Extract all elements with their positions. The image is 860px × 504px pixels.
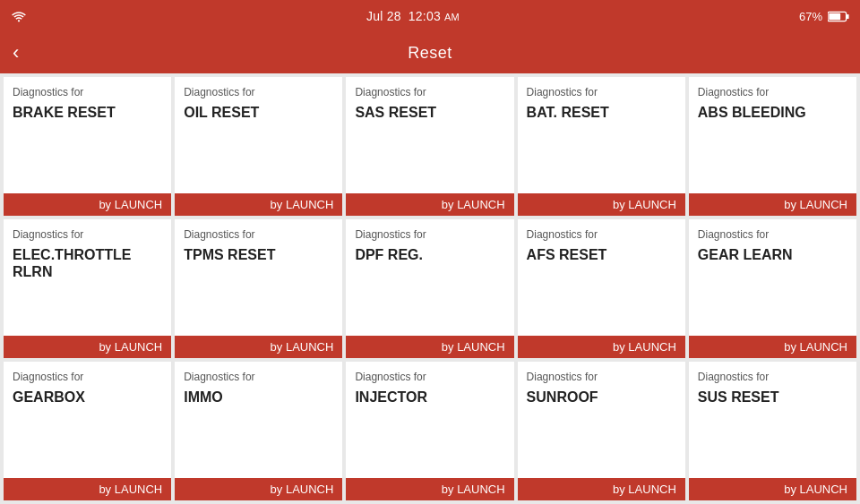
card-footer-injector: by LAUNCH xyxy=(346,478,513,500)
card-body-oil-reset: Diagnostics for OIL RESET xyxy=(175,77,342,193)
card-body-sunroof: Diagnostics for SUNROOF xyxy=(518,362,685,478)
card-title-sunroof: SUNROOF xyxy=(527,389,676,406)
card-body-immo: Diagnostics for IMMO xyxy=(175,362,342,478)
wifi-icon xyxy=(11,10,27,22)
card-body-injector: Diagnostics for INJECTOR xyxy=(346,362,513,478)
card-footer-abs-bleeding: by LAUNCH xyxy=(689,193,856,216)
status-bar: Jul 28 12:03 AM 67% xyxy=(0,0,860,32)
card-body-brake-reset: Diagnostics for BRAKE RESET xyxy=(4,77,171,193)
card-footer-sas-reset: by LAUNCH xyxy=(346,193,513,216)
card-dpf-reg[interactable]: Diagnostics for DPF REG. by LAUNCH xyxy=(346,219,513,358)
card-title-oil-reset: OIL RESET xyxy=(184,104,333,121)
card-sas-reset[interactable]: Diagnostics for SAS RESET by LAUNCH xyxy=(346,77,513,216)
svg-rect-2 xyxy=(829,13,840,20)
card-title-dpf-reg: DPF REG. xyxy=(355,246,504,263)
card-label-sunroof: Diagnostics for xyxy=(527,371,676,383)
card-footer-brake-reset: by LAUNCH xyxy=(4,193,171,216)
card-footer-dpf-reg: by LAUNCH xyxy=(346,336,513,358)
card-body-afs-reset: Diagnostics for AFS RESET xyxy=(518,219,685,336)
nav-title: Reset xyxy=(408,44,452,63)
card-abs-bleeding[interactable]: Diagnostics for ABS BLEEDING by LAUNCH xyxy=(689,77,856,216)
card-title-gear-learn: GEAR LEARN xyxy=(698,246,847,263)
card-title-abs-bleeding: ABS BLEEDING xyxy=(698,104,847,121)
card-body-tpms-reset: Diagnostics for TPMS RESET xyxy=(175,219,342,336)
card-footer-tpms-reset: by LAUNCH xyxy=(175,336,342,358)
card-sunroof[interactable]: Diagnostics for SUNROOF by LAUNCH xyxy=(518,362,685,500)
card-footer-afs-reset: by LAUNCH xyxy=(518,336,685,358)
card-footer-elec-throttle: by LAUNCH xyxy=(4,336,171,358)
card-footer-gearbox: by LAUNCH xyxy=(4,478,171,500)
card-label-oil-reset: Diagnostics for xyxy=(184,86,333,98)
card-oil-reset[interactable]: Diagnostics for OIL RESET by LAUNCH xyxy=(175,77,342,216)
card-gear-learn[interactable]: Diagnostics for GEAR LEARN by LAUNCH xyxy=(689,219,856,358)
card-title-bat-reset: BAT. RESET xyxy=(527,104,676,121)
back-button[interactable]: ‹ xyxy=(13,43,19,63)
card-label-injector: Diagnostics for xyxy=(355,371,504,383)
card-title-afs-reset: AFS RESET xyxy=(527,246,676,263)
card-tpms-reset[interactable]: Diagnostics for TPMS RESET by LAUNCH xyxy=(175,219,342,358)
card-body-sas-reset: Diagnostics for SAS RESET xyxy=(346,77,513,193)
card-afs-reset[interactable]: Diagnostics for AFS RESET by LAUNCH xyxy=(518,219,685,358)
card-elec-throttle[interactable]: Diagnostics for ELEC.THROTTLE RLRN by LA… xyxy=(4,219,171,358)
card-label-sus-reset: Diagnostics for xyxy=(698,371,847,383)
battery-icon xyxy=(828,11,849,22)
status-bar-datetime: Jul 28 12:03 AM xyxy=(366,9,460,23)
card-title-gearbox: GEARBOX xyxy=(13,389,162,406)
card-label-sas-reset: Diagnostics for xyxy=(355,86,504,98)
card-sus-reset[interactable]: Diagnostics for SUS RESET by LAUNCH xyxy=(689,362,856,500)
card-title-sus-reset: SUS RESET xyxy=(698,389,847,406)
card-brake-reset[interactable]: Diagnostics for BRAKE RESET by LAUNCH xyxy=(4,77,171,216)
card-label-immo: Diagnostics for xyxy=(184,371,333,383)
card-footer-bat-reset: by LAUNCH xyxy=(518,193,685,216)
card-body-elec-throttle: Diagnostics for ELEC.THROTTLE RLRN xyxy=(4,219,171,336)
card-title-tpms-reset: TPMS RESET xyxy=(184,246,333,263)
card-label-elec-throttle: Diagnostics for xyxy=(13,228,162,241)
card-body-abs-bleeding: Diagnostics for ABS BLEEDING xyxy=(689,77,856,193)
card-label-brake-reset: Diagnostics for xyxy=(13,86,162,98)
card-body-sus-reset: Diagnostics for SUS RESET xyxy=(689,362,856,478)
cards-grid: Diagnostics for BRAKE RESET by LAUNCH Di… xyxy=(0,73,860,504)
card-body-gearbox: Diagnostics for GEARBOX xyxy=(4,362,171,478)
nav-bar: ‹ Reset xyxy=(0,32,860,73)
card-title-injector: INJECTOR xyxy=(355,389,504,406)
battery-percent: 67% xyxy=(799,10,822,23)
card-body-bat-reset: Diagnostics for BAT. RESET xyxy=(518,77,685,193)
status-bar-right: 67% xyxy=(799,10,849,23)
card-title-sas-reset: SAS RESET xyxy=(355,104,504,121)
card-footer-oil-reset: by LAUNCH xyxy=(175,193,342,216)
card-footer-immo: by LAUNCH xyxy=(175,478,342,500)
card-label-gearbox: Diagnostics for xyxy=(13,371,162,383)
card-label-afs-reset: Diagnostics for xyxy=(527,228,676,241)
card-label-tpms-reset: Diagnostics for xyxy=(184,228,333,241)
card-label-gear-learn: Diagnostics for xyxy=(698,228,847,241)
card-label-dpf-reg: Diagnostics for xyxy=(355,228,504,241)
card-title-immo: IMMO xyxy=(184,389,333,406)
card-gearbox[interactable]: Diagnostics for GEARBOX by LAUNCH xyxy=(4,362,171,500)
card-label-bat-reset: Diagnostics for xyxy=(527,86,676,98)
card-title-elec-throttle: ELEC.THROTTLE RLRN xyxy=(13,246,162,280)
card-label-abs-bleeding: Diagnostics for xyxy=(698,86,847,98)
card-footer-gear-learn: by LAUNCH xyxy=(689,336,856,358)
card-footer-sunroof: by LAUNCH xyxy=(518,478,685,500)
card-footer-sus-reset: by LAUNCH xyxy=(689,478,856,500)
card-body-dpf-reg: Diagnostics for DPF REG. xyxy=(346,219,513,336)
status-bar-left xyxy=(11,10,27,22)
card-immo[interactable]: Diagnostics for IMMO by LAUNCH xyxy=(175,362,342,500)
svg-rect-1 xyxy=(847,13,849,18)
card-title-brake-reset: BRAKE RESET xyxy=(13,104,162,121)
card-injector[interactable]: Diagnostics for INJECTOR by LAUNCH xyxy=(346,362,513,500)
card-bat-reset[interactable]: Diagnostics for BAT. RESET by LAUNCH xyxy=(518,77,685,216)
card-body-gear-learn: Diagnostics for GEAR LEARN xyxy=(689,219,856,336)
